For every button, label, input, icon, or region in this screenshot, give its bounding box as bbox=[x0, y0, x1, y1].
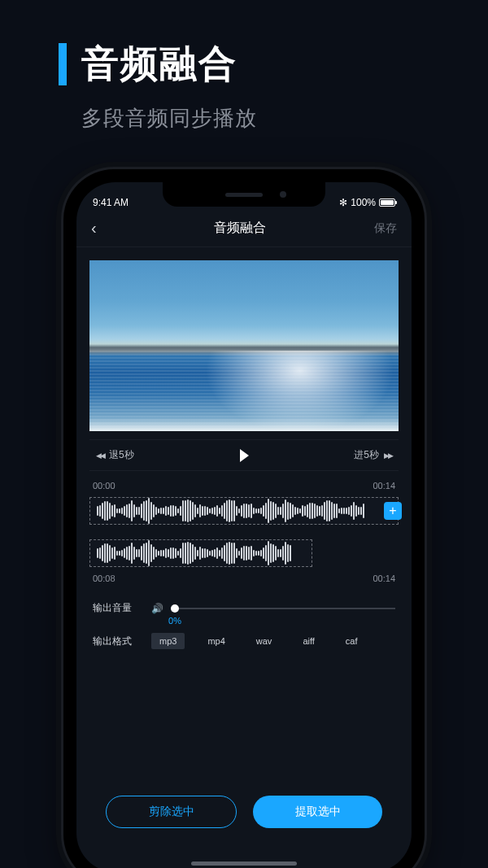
format-option-caf[interactable]: caf bbox=[338, 633, 366, 649]
track1-start: 00:00 bbox=[93, 481, 115, 491]
promo-title-row: 音频融合 bbox=[59, 39, 488, 89]
speaker bbox=[225, 193, 263, 197]
phone-screen: 9:41 AM ✻ 100% ‹ 音频融合 保存 ◀◀ 退5秒 进5秒 bbox=[76, 182, 412, 868]
volume-row: 输出音量 🔊 0% bbox=[93, 601, 395, 615]
camera-dot bbox=[280, 191, 286, 198]
notch bbox=[163, 182, 325, 207]
volume-thumb[interactable] bbox=[171, 604, 179, 613]
home-indicator[interactable] bbox=[191, 861, 297, 866]
format-option-mp4[interactable]: mp4 bbox=[199, 633, 233, 649]
track2-times: 00:08 00:14 bbox=[93, 574, 395, 583]
rewind-icon: ◀◀ bbox=[96, 451, 104, 460]
action-buttons: 剪除选中 提取选中 bbox=[76, 796, 412, 828]
track1-waveform[interactable] bbox=[89, 497, 399, 525]
volume-percent: 0% bbox=[168, 616, 181, 626]
back-button[interactable]: ‹ bbox=[91, 219, 115, 238]
video-preview[interactable] bbox=[89, 260, 399, 431]
track1-times: 00:00 00:14 bbox=[93, 481, 395, 491]
save-button[interactable]: 保存 bbox=[364, 221, 397, 236]
phone-frame: 9:41 AM ✻ 100% ‹ 音频融合 保存 ◀◀ 退5秒 进5秒 bbox=[63, 169, 425, 868]
bluetooth-icon: ✻ bbox=[339, 197, 347, 208]
preview-sea bbox=[89, 351, 399, 431]
format-option-wav[interactable]: wav bbox=[248, 633, 281, 649]
nav-bar: ‹ 音频融合 保存 bbox=[76, 210, 412, 247]
track2-waveform[interactable] bbox=[89, 539, 312, 567]
extract-selected-button[interactable]: 提取选中 bbox=[253, 796, 382, 828]
format-option-aiff[interactable]: aiff bbox=[294, 633, 322, 649]
forward-label: 进5秒 bbox=[354, 448, 379, 462]
add-clip-button[interactable]: + bbox=[384, 502, 402, 520]
volume-slider[interactable]: 0% bbox=[175, 608, 395, 609]
promo-subtitle: 多段音频同步播放 bbox=[81, 104, 488, 133]
battery-percent: 100% bbox=[351, 197, 376, 208]
play-button[interactable] bbox=[240, 449, 249, 462]
volume-label: 输出音量 bbox=[93, 601, 140, 615]
format-option-mp3[interactable]: mp3 bbox=[151, 633, 185, 649]
forward-icon: ▶▶ bbox=[384, 451, 392, 460]
format-row: 输出格式 mp3mp4wavaiffcaf bbox=[93, 633, 395, 649]
nav-title: 音频融合 bbox=[115, 220, 364, 237]
status-time: 9:41 AM bbox=[93, 197, 129, 208]
track2-start: 00:08 bbox=[93, 574, 115, 583]
volume-icon: 🔊 bbox=[151, 603, 163, 614]
rewind-5s-button[interactable]: ◀◀ 退5秒 bbox=[96, 448, 134, 462]
rewind-label: 退5秒 bbox=[109, 448, 134, 462]
status-right: ✻ 100% bbox=[339, 197, 395, 208]
accent-bar bbox=[59, 43, 67, 85]
transport-bar: ◀◀ 退5秒 进5秒 ▶▶ bbox=[89, 439, 399, 471]
cut-selected-button[interactable]: 剪除选中 bbox=[106, 796, 237, 828]
track2-end: 00:14 bbox=[373, 574, 395, 583]
track1-end: 00:14 bbox=[373, 481, 395, 491]
forward-5s-button[interactable]: 进5秒 ▶▶ bbox=[354, 448, 392, 462]
battery-icon bbox=[379, 198, 395, 207]
promo-header: 音频融合 多段音频同步播放 bbox=[0, 0, 488, 133]
format-label: 输出格式 bbox=[93, 635, 140, 648]
promo-title: 音频融合 bbox=[81, 39, 237, 89]
format-options: mp3mp4wavaiffcaf bbox=[151, 633, 395, 649]
